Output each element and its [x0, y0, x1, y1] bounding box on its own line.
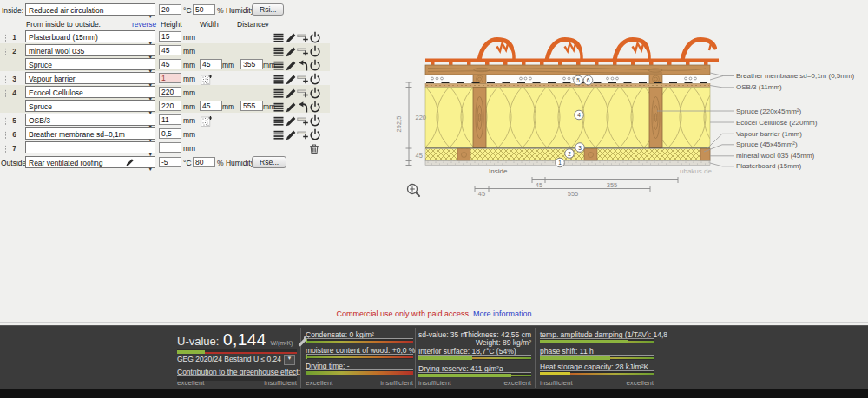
material-select[interactable]: OSB/3 — [25, 114, 155, 126]
disable-layer-icon[interactable] — [309, 128, 320, 140]
material-select[interactable]: Spruce — [25, 100, 155, 112]
standard-dropdown-icon[interactable] — [284, 355, 295, 365]
more-information-link[interactable]: More information — [473, 310, 532, 318]
height-input[interactable] — [159, 87, 181, 97]
disable-layer-icon[interactable] — [309, 87, 320, 99]
insert-layer-icon[interactable] — [297, 87, 308, 99]
texture-icon[interactable] — [201, 73, 212, 85]
layer-menu-icon[interactable] — [273, 114, 284, 127]
drag-handle-icon[interactable] — [2, 145, 7, 153]
layer-menu-icon[interactable] — [273, 87, 284, 99]
merge-layer-icon[interactable] — [297, 101, 308, 113]
rsi-button[interactable]: Rsi... — [252, 3, 284, 16]
reverse-link[interactable]: reverse — [132, 20, 156, 29]
layer-menu-icon[interactable] — [273, 59, 284, 71]
disable-layer-icon[interactable] — [309, 31, 320, 43]
layer-menu-icon[interactable] — [273, 101, 284, 113]
u-value-gauge — [177, 349, 297, 354]
drying-time-gauge — [306, 369, 413, 375]
drag-handle-icon[interactable] — [2, 75, 7, 84]
inside-material-select[interactable]: Reduced air circulation — [25, 3, 155, 16]
distance-input[interactable] — [240, 101, 263, 111]
material-select[interactable] — [25, 141, 155, 153]
height-input[interactable] — [159, 128, 181, 139]
drag-handle-icon[interactable] — [2, 89, 7, 98]
inside-humidity-input[interactable] — [193, 4, 215, 15]
insert-layer-icon[interactable] — [297, 73, 308, 85]
edit-pencil-icon[interactable] — [285, 101, 296, 113]
drag-handle-icon[interactable] — [2, 131, 7, 140]
edit-pencil-icon[interactable] — [285, 114, 296, 127]
thermal-column: temp. amplitude damping (1/TAV): 14,8 ph… — [540, 326, 654, 390]
drag-handle-icon[interactable] — [2, 48, 7, 56]
material-select[interactable]: Plasterboard (15mm) — [25, 30, 155, 42]
edit-pencil-icon[interactable] — [285, 87, 296, 99]
layer-row-2: 2 mineral wool 035 mm — [0, 44, 347, 58]
material-select[interactable]: Breather membrane sd=0,1m — [25, 127, 155, 140]
insert-layer-icon[interactable] — [297, 114, 308, 127]
material-select[interactable]: Spruce — [25, 58, 155, 70]
layer-number: 6 — [9, 130, 20, 139]
height-input[interactable] — [159, 59, 181, 69]
texture-icon[interactable] — [201, 114, 212, 127]
outside-material-value: Rear ventilated roofing — [29, 159, 103, 167]
merge-layer-icon[interactable] — [297, 59, 308, 71]
height-input[interactable] — [159, 45, 181, 55]
outside-humidity-input[interactable] — [193, 157, 215, 167]
material-value: Ecocel Cellulose — [29, 88, 83, 97]
height-input[interactable] — [159, 114, 181, 125]
temperature-unit-label: °C — [183, 6, 192, 15]
zoom-magnifier-icon[interactable] — [408, 185, 420, 197]
disable-layer-icon[interactable] — [309, 101, 320, 113]
outside-temperature-input[interactable] — [159, 157, 181, 167]
layer-number: 7 — [9, 144, 20, 153]
height-input[interactable] — [159, 73, 181, 83]
height-input[interactable] — [159, 142, 181, 153]
dim-r2a-label: 45 — [478, 190, 485, 198]
layer-menu-icon[interactable] — [273, 31, 284, 43]
material-select[interactable]: Ecocel Cellulose — [25, 86, 155, 98]
insert-layer-icon[interactable] — [297, 128, 308, 140]
edit-pencil-icon[interactable] — [285, 73, 296, 85]
rse-button[interactable]: Rse... — [252, 156, 286, 168]
wood-moisture-gauge — [306, 354, 413, 359]
disable-layer-icon[interactable] — [309, 114, 320, 127]
layer-row-2-sub: Spruce mm mm mm — [0, 58, 347, 72]
distance-sort-icon[interactable] — [266, 20, 269, 29]
svg-text:2: 2 — [568, 151, 571, 157]
roof-tiles — [425, 40, 719, 65]
disable-layer-icon[interactable] — [309, 73, 320, 85]
width-input[interactable] — [200, 101, 222, 111]
drag-handle-icon[interactable] — [2, 34, 7, 42]
edit-pencil-icon[interactable] — [125, 157, 135, 167]
width-input[interactable] — [200, 59, 222, 69]
edit-pencil-icon[interactable] — [285, 45, 296, 57]
heat-capacity-gauge — [540, 370, 654, 375]
svg-text:1: 1 — [558, 160, 562, 166]
outside-material-select[interactable]: Rear ventilated roofing — [25, 156, 155, 168]
disable-layer-icon[interactable] — [309, 59, 320, 71]
delete-trash-icon[interactable] — [308, 142, 319, 154]
dim-total-label: 292,5 — [395, 116, 403, 133]
height-input[interactable] — [159, 31, 181, 42]
scale-left: insufficient — [540, 379, 573, 387]
distance-input[interactable] — [240, 59, 263, 69]
edit-pencil-icon[interactable] — [285, 31, 296, 43]
disable-layer-icon[interactable] — [309, 45, 320, 57]
layer-menu-icon[interactable] — [273, 45, 284, 57]
edit-pencil-icon[interactable] — [285, 128, 296, 140]
layer-row-7: 7 mm — [0, 141, 347, 155]
material-select[interactable]: mineral wool 035 — [25, 44, 155, 56]
layer-menu-icon[interactable] — [273, 73, 284, 85]
insert-layer-icon[interactable] — [297, 45, 308, 57]
drag-handle-icon[interactable] — [2, 117, 7, 126]
layer-menu-icon[interactable] — [273, 128, 284, 140]
material-select[interactable]: Vapour barrier — [25, 72, 155, 84]
height-input[interactable] — [159, 101, 181, 111]
from-inside-label: From inside to outside: — [26, 20, 101, 29]
edit-pencil-icon[interactable] — [285, 59, 296, 71]
layer-row-5: 5 OSB/3 mm — [0, 114, 347, 127]
inside-row: Inside: Reduced air circulation °C % Hum… — [0, 3, 347, 17]
inside-temperature-input[interactable] — [159, 4, 181, 15]
insert-layer-icon[interactable] — [297, 31, 308, 43]
